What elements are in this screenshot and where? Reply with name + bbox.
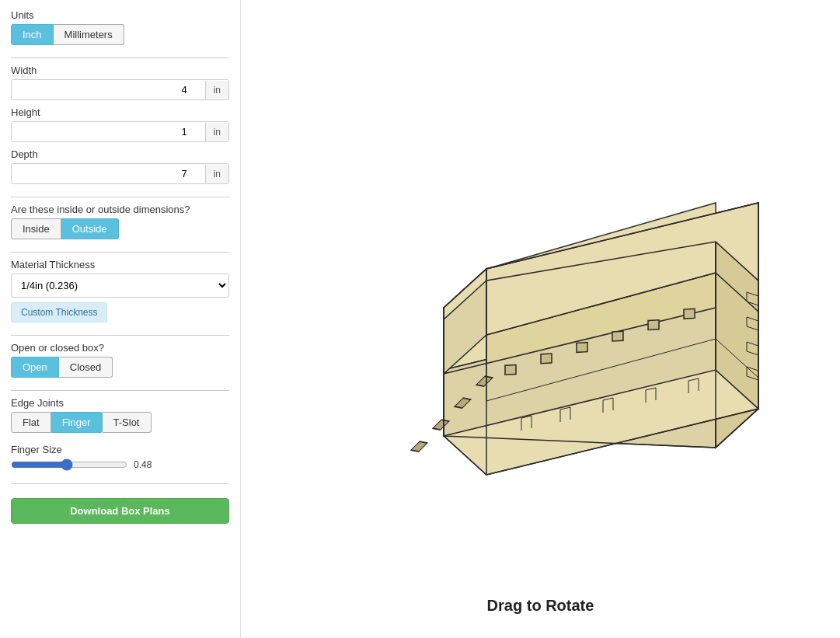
box-type-btn-group: Open Closed	[11, 357, 229, 378]
custom-thickness-button[interactable]: Custom Thickness	[11, 302, 107, 322]
finger-size-label: Finger Size	[11, 444, 229, 455]
download-button[interactable]: Download Box Plans	[11, 498, 229, 524]
material-select[interactable]: 1/8in (0.118) 1/4in (0.236) 3/8in (0.354…	[11, 274, 229, 298]
material-select-row: 1/8in (0.118) 1/4in (0.236) 3/8in (0.354…	[11, 274, 229, 298]
depth-input[interactable]	[12, 164, 205, 183]
box-svg: .box-face { stroke: #2a2a2a; stroke-widt…	[300, 129, 782, 510]
depth-input-row: in	[11, 163, 229, 184]
tslot-button[interactable]: T-Slot	[103, 412, 152, 433]
material-section: Material Thickness 1/8in (0.118) 1/4in (…	[11, 259, 229, 322]
finger-size-section: Finger Size 0.48	[11, 444, 229, 471]
depth-label: Depth	[11, 148, 229, 160]
svg-rect-15	[684, 309, 695, 319]
height-input[interactable]	[12, 122, 205, 141]
left-panel: Units Inch Millimeters Width in Height i…	[0, 0, 241, 638]
dimensions-btn-group: Inside Outside	[11, 218, 229, 239]
open-button[interactable]: Open	[11, 357, 59, 378]
finger-size-slider[interactable]	[11, 458, 127, 471]
width-section: Width in	[11, 64, 229, 100]
edge-joints-label: Edge Joints	[11, 397, 229, 409]
inside-button[interactable]: Inside	[11, 218, 61, 239]
finger-button[interactable]: Finger	[51, 412, 103, 433]
depth-unit: in	[205, 165, 228, 183]
height-unit: in	[205, 123, 228, 141]
dimensions-section: Are these inside or outside dimensions? …	[11, 204, 229, 239]
right-panel: .box-face { stroke: #2a2a2a; stroke-widt…	[241, 0, 840, 638]
svg-rect-17	[612, 331, 623, 341]
width-label: Width	[11, 64, 229, 76]
depth-section: Depth in	[11, 148, 229, 184]
dimensions-question: Are these inside or outside dimensions?	[11, 204, 229, 215]
closed-button[interactable]: Closed	[59, 357, 113, 378]
box-preview[interactable]: .box-face { stroke: #2a2a2a; stroke-widt…	[300, 125, 782, 514]
svg-rect-20	[505, 364, 516, 375]
units-btn-group: Inch Millimeters	[11, 24, 229, 45]
width-unit: in	[205, 81, 228, 99]
slider-container: 0.48	[11, 458, 229, 471]
outside-button[interactable]: Outside	[61, 218, 119, 239]
box-type-section: Open or closed box? Open Closed	[11, 342, 229, 378]
inch-button[interactable]: Inch	[11, 24, 54, 45]
edge-joints-section: Edge Joints Flat Finger T-Slot	[11, 397, 229, 433]
height-input-row: in	[11, 121, 229, 142]
height-section: Height in	[11, 106, 229, 142]
millimeters-button[interactable]: Millimeters	[54, 24, 124, 45]
units-section: Units Inch Millimeters	[11, 9, 229, 45]
drag-label: Drag to Rotate	[487, 597, 594, 615]
svg-rect-16	[648, 319, 659, 329]
height-label: Height	[11, 106, 229, 118]
width-input-row: in	[11, 79, 229, 100]
svg-rect-18	[577, 342, 587, 352]
finger-size-value: 0.48	[134, 459, 152, 470]
width-input[interactable]	[12, 80, 205, 99]
box-type-question: Open or closed box?	[11, 342, 229, 354]
svg-rect-19	[541, 354, 552, 364]
edge-joints-btn-group: Flat Finger T-Slot	[11, 412, 229, 433]
flat-button[interactable]: Flat	[11, 412, 51, 433]
svg-rect-24	[410, 441, 427, 451]
units-label: Units	[11, 9, 229, 21]
material-label: Material Thickness	[11, 259, 229, 270]
